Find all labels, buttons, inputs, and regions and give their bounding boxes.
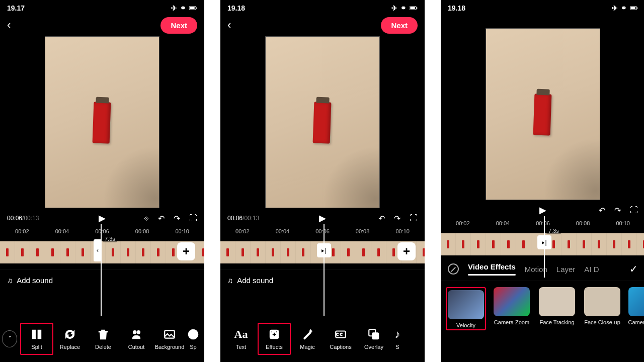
tool-captions[interactable]: Captions	[324, 324, 357, 354]
tool-background[interactable]: Background	[153, 324, 186, 354]
undo-icon[interactable]: ↶	[599, 206, 605, 215]
play-button[interactable]: ▶	[539, 205, 546, 216]
tool-overlay[interactable]: Overlay	[357, 324, 390, 354]
fullscreen-icon[interactable]: ⛶	[630, 206, 638, 215]
filmstrip[interactable]	[0, 241, 204, 263]
ruler-tick: 00:06	[82, 228, 122, 234]
tool-label: Split	[31, 344, 42, 350]
split-icon	[30, 328, 43, 341]
play-button[interactable]: ▶	[99, 213, 106, 224]
ruler-tick: 00:02	[222, 228, 263, 234]
play-button[interactable]: ▶	[319, 213, 326, 224]
timeline[interactable]: ▸| 7.3s	[441, 231, 644, 257]
timeline[interactable]: ▸| +	[220, 239, 425, 265]
fx-tab-video-effects[interactable]: Video Effects	[468, 262, 516, 276]
add-sound-label: Add sound	[237, 276, 273, 285]
preview-area	[441, 28, 644, 200]
current-time: 00:06	[7, 215, 22, 222]
timeline-ruler: 00:02 00:04 00:06 00:08 00:10	[0, 228, 204, 234]
status-time: 19.18	[448, 4, 465, 12]
fullscreen-icon[interactable]: ⛶	[189, 214, 197, 223]
undo-icon[interactable]: ↶	[158, 214, 165, 223]
ruler-tick: 00:04	[263, 228, 303, 234]
ruler-tick: 00:04	[42, 228, 83, 234]
add-sound-row[interactable]: ♫ Add sound	[220, 269, 425, 291]
add-clip-button[interactable]: +	[177, 242, 195, 260]
tool-delete[interactable]: Delete	[87, 324, 120, 354]
svg-rect-3	[32, 330, 36, 338]
svg-point-8	[188, 329, 198, 339]
tool-label: Text	[236, 344, 246, 350]
top-bar	[441, 14, 644, 28]
ruler-tick: 00:02	[443, 220, 483, 226]
music-icon: ♫	[227, 276, 233, 285]
fx-face-closeup[interactable]: Face Close-up	[583, 287, 622, 330]
screen-1: 19.17 ✈ ⚭ ‹ Next 00:06/00:13 ▶ ⟐ ↶ ↷ ⛶ 0…	[0, 0, 204, 362]
replace-icon	[63, 328, 76, 341]
fx-tab-ai[interactable]: AI D	[584, 265, 599, 274]
video-preview[interactable]	[486, 28, 600, 200]
ruler-tick: 00:08	[343, 228, 383, 234]
video-preview[interactable]	[45, 36, 159, 208]
tool-sound-partial[interactable]: ♪ S	[390, 324, 405, 354]
fx-face-tracking[interactable]: Face Tracking	[537, 287, 577, 330]
undo-icon[interactable]: ↶	[378, 214, 385, 223]
duration-time: 00:13	[24, 215, 39, 222]
next-button[interactable]: Next	[160, 17, 197, 34]
timeline-ruler: 00:02 00:04 00:06 00:08 00:10	[441, 220, 644, 226]
video-preview[interactable]	[265, 36, 380, 208]
tool-effects[interactable]: Effects	[258, 323, 291, 355]
collapse-button[interactable]: ˅	[2, 330, 17, 347]
fx-thumb	[539, 287, 575, 316]
next-button[interactable]: Next	[381, 17, 418, 34]
redo-icon[interactable]: ↷	[394, 214, 400, 223]
rotate-icon[interactable]: ⟐	[144, 214, 149, 223]
link-icon: ⚭	[621, 4, 627, 12]
add-sound-label: Add sound	[17, 276, 53, 285]
svg-rect-11	[417, 8, 417, 9]
playback-controls: 00:06/00:13 ▶ ↶ ↷ ⛶	[220, 208, 425, 228]
ruler-tick: 00:10	[382, 228, 423, 234]
battery-icon	[410, 5, 418, 11]
back-button[interactable]: ‹	[7, 20, 11, 31]
tool-label: Captions	[330, 344, 351, 350]
tool-speed-partial[interactable]: Sp	[186, 324, 200, 354]
timeline[interactable]: ‹ 7.3s +	[0, 239, 204, 265]
redo-icon[interactable]: ↷	[614, 206, 621, 215]
svg-rect-18	[637, 8, 637, 9]
tool-text[interactable]: Aa Text	[224, 324, 258, 354]
link-icon: ⚭	[180, 4, 186, 12]
airplane-icon: ✈	[391, 4, 397, 12]
fx-camera-zoom[interactable]: Camera Zoom	[492, 287, 531, 330]
tool-cutout[interactable]: Cutout	[120, 324, 153, 354]
status-icons: ✈ ⚭	[171, 4, 197, 12]
add-clip-button[interactable]: +	[397, 242, 416, 260]
status-bar: 19.18 ✈ ⚭	[441, 0, 644, 14]
no-effect-icon[interactable]	[448, 263, 459, 275]
battery-icon	[630, 5, 638, 11]
status-time: 19.17	[7, 4, 25, 12]
playhead[interactable]	[544, 216, 545, 278]
playback-controls: ▶ ↶ ↷ ⛶	[441, 200, 644, 220]
add-sound-row[interactable]: ♫ Add sound	[0, 269, 204, 291]
tool-replace[interactable]: Replace	[53, 324, 87, 354]
status-icons: ✈ ⚭	[612, 4, 638, 12]
fullscreen-icon[interactable]: ⛶	[410, 214, 418, 223]
tool-label: Cutout	[128, 344, 144, 350]
back-button[interactable]: ‹	[227, 20, 231, 31]
playback-controls: 00:06/00:13 ▶ ⟐ ↶ ↷ ⛶	[0, 208, 204, 228]
tool-split[interactable]: Split	[20, 323, 53, 355]
duration-time: 00:13	[244, 215, 259, 222]
fx-label: Camera	[628, 319, 644, 325]
ruler-tick: 00:06	[302, 228, 343, 234]
ruler-tick: 00:08	[122, 228, 163, 234]
apply-button[interactable]: ✓	[629, 263, 638, 275]
tool-magic[interactable]: Magic	[291, 324, 324, 354]
svg-rect-15	[372, 333, 379, 339]
fx-tab-layer[interactable]: Layer	[556, 265, 576, 274]
screen-3: 19.18 ✈ ⚭ ▶ ↶ ↷ ⛶ 00:02 00:04 00:06 00:0…	[441, 0, 644, 362]
fx-velocity[interactable]: Velocity	[446, 287, 486, 330]
fx-camera[interactable]: Camera	[628, 287, 644, 330]
tool-label: Effects	[266, 344, 282, 350]
redo-icon[interactable]: ↷	[174, 214, 180, 223]
